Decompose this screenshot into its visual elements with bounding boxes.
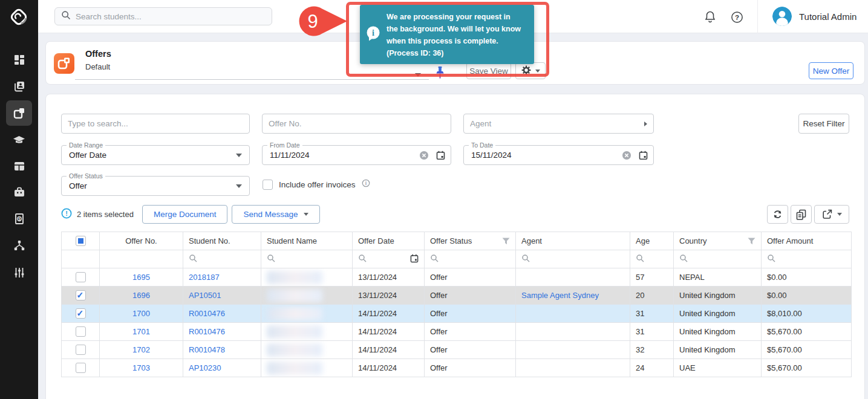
row-checkbox[interactable] (76, 363, 86, 373)
column-header-country[interactable]: Country (674, 232, 762, 250)
send-message-caret-icon (304, 213, 308, 216)
column-header-offer_date[interactable]: Offer Date (353, 232, 425, 250)
sidebar-item-dashboard[interactable] (6, 47, 32, 73)
row-checkbox[interactable] (76, 290, 86, 300)
row-checkbox[interactable] (76, 326, 86, 337)
notifications-bell-icon[interactable] (703, 10, 717, 24)
filter-offer-no-input[interactable] (269, 119, 445, 128)
column-filter-student_name[interactable] (261, 250, 353, 268)
column-header-student_no[interactable]: Student No. (183, 232, 261, 250)
student_no-link[interactable]: 2018187 (189, 273, 220, 282)
column-filter-age[interactable] (630, 250, 674, 268)
send-message-button[interactable]: Send Message (232, 205, 319, 224)
column-filter-country[interactable] (674, 250, 762, 268)
student_no-link[interactable]: R0010476 (189, 309, 225, 318)
view-name[interactable]: Default (85, 62, 110, 71)
cell-country: United Kingdom (674, 305, 762, 323)
offer_no-link[interactable]: 1696 (132, 291, 150, 300)
include-invoices-info-icon[interactable]: i (362, 179, 370, 190)
offer-status-label: Offer Status (67, 172, 105, 180)
row-checkbox[interactable] (76, 272, 86, 282)
column-filter-student_no[interactable] (183, 250, 261, 268)
sidebar-item-offers[interactable] (6, 100, 32, 126)
column-header-offer_amount[interactable]: Offer Amount (762, 232, 852, 250)
offer_no-link[interactable]: 1695 (132, 273, 150, 282)
date-range-select[interactable]: Date Range Offer Date (61, 145, 250, 165)
row-checkbox[interactable] (76, 345, 86, 355)
merge-document-button[interactable]: Merge Document (142, 205, 228, 224)
sidebar-item-agents[interactable] (6, 233, 32, 258)
cell-offer_status: Offer (425, 287, 516, 305)
from-date-calendar-icon[interactable] (436, 151, 445, 163)
filter-agent-field[interactable] (463, 114, 654, 134)
cell-offer_no: 1703 (100, 359, 183, 377)
to-date-calendar-icon[interactable] (639, 151, 648, 163)
app-logo[interactable] (7, 5, 30, 28)
student_no-link[interactable]: R0010478 (189, 345, 225, 354)
calendar-icon[interactable] (410, 254, 419, 265)
global-search[interactable] (54, 7, 272, 25)
search-input[interactable] (76, 12, 257, 21)
pin-icon[interactable] (436, 66, 445, 82)
offer_no-link[interactable]: 1703 (132, 363, 150, 372)
student_no-link[interactable]: R0010476 (189, 327, 225, 336)
column-filter-agent[interactable] (516, 250, 630, 268)
copy-grid-button[interactable] (791, 205, 812, 224)
column-header-agent[interactable]: Agent (516, 232, 630, 250)
new-offer-button[interactable]: New Offer (809, 62, 853, 79)
column-header-offer_status[interactable]: Offer Status (425, 232, 516, 250)
offer_no-link[interactable]: 1702 (132, 345, 150, 354)
reset-filter-button[interactable]: Reset Filter (798, 114, 849, 134)
selection-bar: ! 2 items selected Merge Document Send M… (61, 205, 324, 224)
column-header-offer_no[interactable]: Offer No. (100, 232, 183, 250)
table-row[interactable]: 1703AP1023014/11/2024Offer24UAE$5,670.00 (62, 359, 852, 377)
view-select-caret-icon[interactable] (415, 73, 421, 77)
export-button[interactable] (814, 205, 849, 224)
offer_no-link[interactable]: 1701 (132, 327, 150, 336)
toast-message: We are processing your request inthe bac… (387, 11, 521, 59)
help-icon[interactable]: ? (729, 10, 744, 24)
table-row[interactable]: 1695201818713/11/2024Offer57NEPAL$0.00 (62, 268, 852, 287)
include-offer-invoices-checkbox[interactable] (263, 180, 273, 190)
sidebar-item-courses[interactable] (6, 128, 32, 153)
select-all-checkbox[interactable] (76, 236, 86, 246)
table-row[interactable]: 1696AP1050113/11/2024OfferSample Agent S… (62, 287, 852, 305)
processing-toast[interactable]: i We are processing your request inthe b… (360, 5, 534, 64)
redacted-student-name (267, 271, 322, 284)
filter-agent-input[interactable] (470, 119, 644, 128)
agent-link[interactable]: Sample Agent Sydney (521, 291, 599, 300)
column-header-student_name[interactable]: Student Name (261, 232, 353, 250)
sidebar-item-applications[interactable] (6, 154, 32, 179)
offer_no-link[interactable]: 1700 (132, 309, 150, 318)
column-filter-offer_status[interactable] (425, 250, 516, 268)
student_no-link[interactable]: AP10230 (189, 363, 221, 372)
offers-icon (13, 107, 25, 119)
sidebar-item-preferences[interactable] (6, 260, 32, 285)
table-row[interactable]: 1702R001047814/11/2024Offer32United King… (62, 341, 852, 359)
sidebar-item-invoices[interactable]: $ (6, 206, 32, 232)
to-date-field[interactable]: To Date 15/11/2024 (463, 145, 654, 165)
clear-from-date-icon[interactable] (419, 151, 429, 163)
row-checkbox[interactable] (76, 308, 86, 319)
from-date-field[interactable]: From Date 11/11/2024 (262, 145, 451, 165)
view-settings-button[interactable] (515, 62, 546, 79)
column-filter-offer_date[interactable] (353, 250, 425, 268)
cell-age: 20 (630, 287, 674, 305)
filter-search-field[interactable] (61, 114, 250, 134)
column-filter-offer_amount[interactable] (762, 250, 852, 268)
avatar[interactable] (772, 7, 792, 26)
filter-search-input[interactable] (68, 119, 243, 128)
user-name[interactable]: Tutorial Admin (799, 11, 857, 22)
filter-offer-no-field[interactable] (262, 114, 451, 134)
table-row[interactable]: 1700R001047614/11/2024Offer31United King… (62, 305, 852, 323)
save-view-button[interactable]: Save View (466, 62, 511, 79)
table-row[interactable]: 1701R001047614/11/2024Offer31United King… (62, 323, 852, 341)
cell-offer_no: 1696 (100, 287, 183, 305)
student_no-link[interactable]: AP10501 (189, 291, 221, 300)
sidebar-item-jobs[interactable] (6, 180, 32, 205)
clear-to-date-icon[interactable] (622, 151, 631, 163)
refresh-button[interactable] (767, 205, 788, 224)
column-header-age[interactable]: Age (630, 232, 674, 250)
offer-status-select[interactable]: Offer Status Offer (61, 176, 250, 196)
sidebar-item-students[interactable] (6, 74, 32, 99)
